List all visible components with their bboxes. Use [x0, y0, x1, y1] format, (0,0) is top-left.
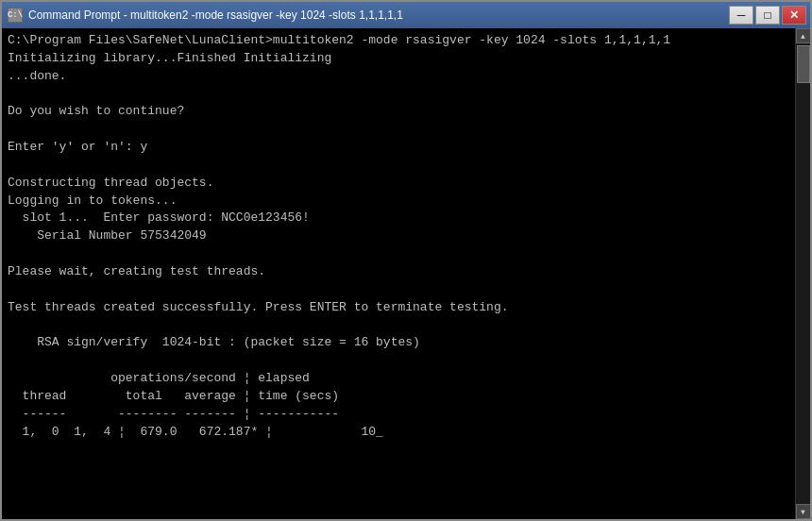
close-button[interactable]: ✕ [782, 6, 806, 25]
scroll-down-button[interactable]: ▼ [796, 504, 811, 519]
scrollbar: ▲ ▼ [795, 28, 810, 519]
scroll-up-button[interactable]: ▲ [796, 28, 811, 43]
scrollbar-track[interactable] [796, 43, 810, 504]
console-area: C:\Program Files\SafeNet\LunaClient>mult… [2, 28, 810, 519]
cmd-icon: C:\ [8, 8, 23, 23]
console-content[interactable]: C:\Program Files\SafeNet\LunaClient>mult… [2, 28, 795, 519]
title-bar-buttons: ─ □ ✕ [729, 6, 806, 25]
scrollbar-thumb[interactable] [797, 45, 810, 83]
window: C:\ Command Prompt - multitoken2 -mode r… [0, 0, 812, 521]
window-title: Command Prompt - multitoken2 -mode rsasi… [28, 8, 403, 22]
minimize-button[interactable]: ─ [729, 6, 753, 25]
console-output: C:\Program Files\SafeNet\LunaClient>mult… [8, 32, 789, 441]
title-bar: C:\ Command Prompt - multitoken2 -mode r… [2, 2, 810, 28]
title-bar-left: C:\ Command Prompt - multitoken2 -mode r… [8, 8, 403, 23]
maximize-button[interactable]: □ [755, 6, 780, 25]
